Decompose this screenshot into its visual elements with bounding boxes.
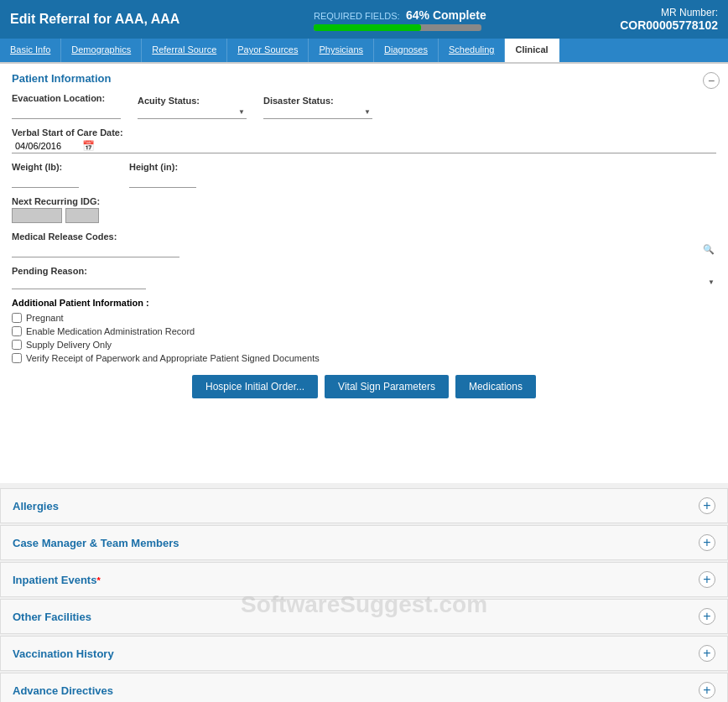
accordion-vaccination-history: Vaccination History + (0, 636, 728, 671)
additional-info-label: Additional Patient Information : (12, 298, 716, 308)
header-title: Edit Referral for AAA, AAA (10, 12, 179, 27)
verify-receipt-checkbox[interactable] (12, 353, 22, 363)
acuity-select[interactable] (138, 108, 247, 119)
accordion-advance-directives-header[interactable]: Advance Directives + (1, 673, 727, 702)
accordion-advance-directives-title: Advance Directives (13, 684, 113, 697)
accordion-allergies-title: Allergies (13, 500, 59, 512)
pending-reason-label: Pending Reason: (12, 266, 716, 276)
disaster-field: Disaster Status: (263, 96, 372, 119)
section-title: Patient Information (12, 72, 716, 85)
accordion-vaccination-history-title: Vaccination History (13, 647, 114, 660)
tab-demographics[interactable]: Demographics (61, 39, 142, 62)
next-idg-field: Next Recurring IDG: (12, 196, 716, 223)
tab-clinical[interactable]: Clinical (505, 39, 559, 62)
supply-delivery-checkbox[interactable] (12, 340, 22, 350)
search-icon: 🔍 (703, 244, 715, 255)
row-location-status: Evacuation Location: Acuity Status: Disa… (12, 93, 716, 119)
verify-receipt-label: Verify Receipt of Paperwork and Appropri… (26, 353, 320, 363)
patient-name: AAA, AAA (115, 12, 180, 26)
accordion-vaccination-history-header[interactable]: Vaccination History + (1, 637, 727, 670)
acuity-label: Acuity Status: (138, 96, 247, 106)
accordion-case-manager-header[interactable]: Case Manager & Team Members + (1, 526, 727, 559)
disaster-label: Disaster Status: (263, 96, 372, 106)
enable-med-checkbox[interactable] (12, 326, 22, 336)
tab-payor-sources[interactable]: Payor Sources (227, 39, 309, 62)
accordion-case-manager-title: Case Manager & Team Members (13, 537, 179, 549)
supply-delivery-label: Supply Delivery Only (26, 340, 112, 350)
height-field: Height (in): (129, 162, 230, 188)
tab-diagnoses[interactable]: Diagnoses (374, 39, 439, 62)
main-content: Patient Information − Evacuation Locatio… (0, 64, 728, 702)
accordion-inpatient-events-title: Inpatient Events* (13, 574, 101, 586)
accordion-allergies-expand-icon[interactable]: + (699, 497, 715, 514)
verbal-start-field: Verbal Start of Care Date: 📅 (12, 127, 716, 153)
accordion-inpatient-events-header[interactable]: Inpatient Events* + (1, 563, 727, 596)
pending-reason-field: Pending Reason: (12, 266, 716, 289)
idg-box-2 (65, 208, 99, 223)
weight-input[interactable] (12, 174, 79, 188)
tab-physicians[interactable]: Physicians (309, 39, 374, 62)
pregnant-label: Pregnant (26, 313, 64, 323)
acuity-select-wrapper (138, 107, 247, 119)
verbal-start-input[interactable] (12, 139, 79, 153)
medical-release-label: Medical Release Codes: (12, 231, 716, 242)
accordion-allergies-header[interactable]: Allergies + (1, 489, 727, 523)
idg-field (12, 208, 716, 223)
accordion-case-manager-expand-icon[interactable]: + (699, 534, 715, 551)
checkbox-enable-med: Enable Medication Administration Record (12, 326, 716, 336)
required-star-inpatient: * (96, 575, 100, 585)
idg-box (12, 208, 62, 223)
accordion-advance-directives: Advance Directives + (0, 673, 728, 702)
tab-basic-info[interactable]: Basic Info (0, 39, 61, 62)
pending-reason-select-wrapper (12, 278, 716, 289)
accordion-advance-directives-expand-icon[interactable]: + (699, 682, 715, 699)
medical-release-input[interactable] (12, 243, 179, 257)
accordion-vaccination-history-expand-icon[interactable]: + (699, 645, 715, 662)
title-prefix: Edit Referral for (10, 12, 115, 26)
collapse-button[interactable]: − (703, 72, 720, 89)
tab-referral-source[interactable]: Referral Source (142, 39, 227, 62)
accordion-other-facilities-expand-icon[interactable]: + (699, 608, 715, 625)
height-input[interactable] (129, 174, 196, 188)
accordion-other-facilities: Other Facilities + (0, 599, 728, 634)
accordion-other-facilities-header[interactable]: Other Facilities + (1, 600, 727, 633)
weight-label: Weight (lb): (12, 162, 112, 172)
tab-scheduling[interactable]: Scheduling (439, 39, 505, 62)
completion-pct: 64% Complete (406, 8, 486, 22)
next-idg-label: Next Recurring IDG: (12, 196, 716, 206)
height-label: Height (in): (129, 162, 230, 172)
disaster-select-wrapper (263, 107, 372, 119)
calendar-icon[interactable]: 📅 (82, 140, 95, 152)
weight-field: Weight (lb): (12, 162, 112, 188)
page-header: Edit Referral for AAA, AAA REQUIRED FIEL… (0, 0, 728, 39)
checkbox-pregnant: Pregnant (12, 313, 716, 323)
mr-label: MR Number: (620, 7, 718, 18)
evacuation-label: Evacuation Location: (12, 93, 121, 103)
evacuation-input[interactable] (12, 105, 121, 119)
patient-info-section: Patient Information − Evacuation Locatio… (0, 64, 728, 483)
hospice-initial-order-button[interactable]: Hospice Initial Order... (192, 375, 318, 398)
nav-tabs: Basic Info Demographics Referral Source … (0, 39, 728, 64)
mr-number-section: MR Number: COR00005778102 (620, 7, 718, 32)
verbal-start-label: Verbal Start of Care Date: (12, 127, 716, 138)
accordion-other-facilities-title: Other Facilities (13, 611, 91, 623)
medications-button[interactable]: Medications (455, 375, 536, 398)
disaster-select[interactable] (263, 108, 372, 119)
completion-section: REQUIRED FIELDS: 64% Complete (314, 8, 486, 31)
accordion-case-manager: Case Manager & Team Members + (0, 525, 728, 560)
accordion-inpatient-events: Inpatient Events* + (0, 562, 728, 597)
date-wrapper: 📅 (12, 139, 716, 153)
pregnant-checkbox[interactable] (12, 313, 22, 323)
additional-info-section: Additional Patient Information : Pregnan… (12, 298, 716, 363)
row-weight-height: Weight (lb): Height (in): (12, 162, 716, 188)
action-buttons: Hospice Initial Order... Vital Sign Para… (12, 375, 716, 398)
pending-reason-select[interactable] (12, 278, 146, 289)
acuity-field: Acuity Status: (138, 96, 247, 119)
vital-sign-parameters-button[interactable]: Vital Sign Parameters (325, 375, 449, 398)
medical-release-search: 🔍 (12, 243, 716, 257)
progress-bar-container (314, 24, 481, 31)
medical-release-field: Medical Release Codes: 🔍 (12, 231, 716, 257)
accordion-inpatient-events-expand-icon[interactable]: + (699, 571, 715, 588)
checkbox-supply-delivery: Supply Delivery Only (12, 340, 716, 350)
progress-bar-fill (314, 24, 421, 31)
